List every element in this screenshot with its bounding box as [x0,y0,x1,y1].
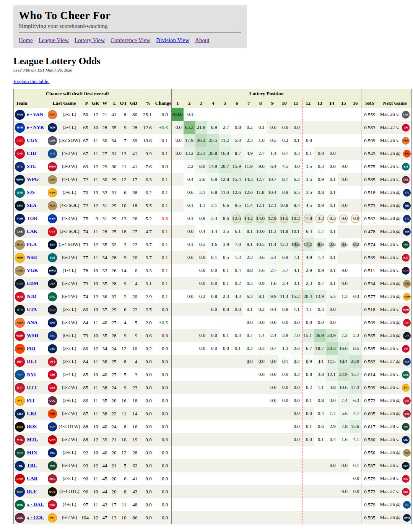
lottery-cell-pos-13 [314,472,326,485]
team-link-LAK[interactable]: LAK [27,228,37,234]
stat-gr: 11 [92,407,102,420]
team-link-CHI[interactable]: CHI [27,150,36,156]
lottery-cell-pos-11: 3.1 [290,277,302,290]
team-link-TOR[interactable]: TOR [27,215,37,221]
team-link-PIT[interactable]: PIT [27,397,35,403]
lottery-cell-pos-14: 0.1 [326,173,338,186]
team-link-DAL[interactable]: x - DAL [27,501,44,507]
team-link-DET[interactable]: DET [27,358,37,364]
pct-cell: 0.0 [141,472,155,485]
team-link-ANA[interactable]: ANA [27,319,37,325]
lottery-odds-value: 0.0 [294,125,300,130]
team-link-SJS[interactable]: SJS [27,189,35,195]
lottery-odds-value: 2.2 [187,164,193,169]
stat-gd: 62 [130,459,141,472]
team-link-EDM[interactable]: EDM [27,280,38,286]
team-link-VGK[interactable]: VGK [27,267,38,273]
team-link-BOS[interactable]: BOS [27,423,37,429]
nav-link-lottery-view[interactable]: Lottery View [75,37,105,43]
next-game-cell: Mar. 26 @ UTA [378,329,412,342]
change-cell: -0.1 [155,134,172,147]
lottery-cell-pos-3 [195,498,207,511]
lottery-cell-pos-7: 8.1 [243,225,255,238]
table-row-COL: COLx - COLPIT(6-2 W)10412471310860.00.00… [14,511,412,524]
lottery-cell-pos-6 [231,485,243,498]
nav-link-about[interactable]: About [195,37,210,43]
lottery-cell-pos-12: 0.1 [302,147,314,160]
nav-link-division-view[interactable]: Division View [156,37,189,43]
lottery-cell-pos-1 [172,498,184,511]
lottery-cell-pos-4: 0.0 [207,342,219,355]
team-link-NYR[interactable]: e - NYR [27,124,44,130]
nav-link-conference-view[interactable]: Conference View [111,37,150,43]
srs-cell: 0.605 [361,407,378,420]
team-link-SEA[interactable]: SEA [27,202,36,208]
lottery-odds-value: 8.7 [235,151,241,156]
pct-cell: 0.0 [141,381,155,394]
last-game-opponent-cell: CGY [47,225,58,238]
team-VGK-logo-icon: VGK [15,266,25,276]
team-link-WSH[interactable]: WSH [27,332,38,338]
lottery-odds-value: 5.1 [270,255,276,260]
lottery-cell-pos-14: 0.1 [326,186,338,199]
team-link-UTA[interactable]: UTA [27,306,37,312]
team-link-OTT[interactable]: OTT [27,384,37,390]
team-link-MIN[interactable]: MIN [27,449,37,455]
lottery-cell-pos-8: 0.3 [255,342,267,355]
stat-ot: 9 [120,329,130,342]
col-header-position-9: 9 [267,98,278,108]
team-MIN-logo-icon: MIN [15,448,25,458]
lottery-odds-value: 0.2 [353,242,359,247]
lottery-cell-pos-14: 0.0 [326,303,338,316]
team-cell-CBJ: CBJCBJ [14,407,47,420]
team-link-CBJ[interactable]: CBJ [27,410,36,416]
srs-cell: 0.534 [361,277,378,290]
explain-table-link[interactable]: Explain this table. [13,78,49,84]
table-row-UTA: UTAUTAEDM(2-5 L)801037296222.50.00.00.00… [14,303,412,316]
stat-gd: -39 [130,134,141,147]
team-link-NJD[interactable]: NJD [27,293,36,299]
team-link-FLA[interactable]: FLA [27,241,37,247]
lottery-cell-pos-4 [207,368,219,381]
team-link-NYI[interactable]: NYI [27,371,36,377]
lottery-odds-value: 3.8 [318,372,324,377]
opponent-DET-logo-icon: DET [48,383,57,392]
team-link-VAN[interactable]: e - VAN [27,111,43,117]
nav-link-league-view[interactable]: League View [39,37,69,43]
lottery-cell-pos-5 [219,316,231,329]
team-link-BUF[interactable]: BUF [27,488,37,494]
team-SEA-logo-icon: SEA [15,201,25,211]
team-link-CGY[interactable]: CGY [27,137,38,143]
stat-w: 45 [102,472,111,485]
lottery-odds-value: 0.0 [294,385,300,390]
lottery-cell-pos-10: 0.0 [278,316,290,329]
team-link-PHI[interactable]: PHI [27,345,36,351]
stat-w: 29 [102,160,111,173]
team-link-TBL[interactable]: TBL [27,462,37,468]
lottery-cell-pos-14: 12.1 [326,368,338,381]
last-game-result: (3-4 L) [58,121,81,134]
stat-l: 21 [111,459,120,472]
lottery-cell-pos-11: 0.2♪ [290,355,302,368]
team-link-WPG[interactable]: WPG [27,176,39,182]
lottery-cell-pos-9: 12.1 [267,199,278,212]
srs-cell: 0.569 [361,251,378,264]
stat-ot: 13 [120,212,130,225]
lottery-odds-value: 10.5 [256,242,265,247]
team-link-NSH[interactable]: NSH [27,254,37,260]
team-link-COL[interactable]: x - COL [27,514,44,520]
next-opponent-PHI-logo-icon: PHI [403,150,411,158]
stat-l: 34 [111,134,120,147]
lottery-odds-value: 0.9 [318,268,324,273]
lottery-cell-pos-8 [255,498,267,511]
nav-link-home[interactable]: Home [19,37,33,43]
stat-w: 35 [102,238,111,251]
lottery-odds-value: 0.7 [318,281,324,286]
lottery-odds-value: 8.5 [353,346,359,351]
team-link-STL[interactable]: STL [27,163,36,169]
next-game-date: Mar. 28 @ [380,215,402,221]
pct-cell: 0.0 [141,420,155,433]
team-link-MTL[interactable]: MTL [27,436,38,442]
lottery-cell-pos-11: 15.2 [290,290,302,303]
team-link-CAR[interactable]: CAR [27,475,37,481]
